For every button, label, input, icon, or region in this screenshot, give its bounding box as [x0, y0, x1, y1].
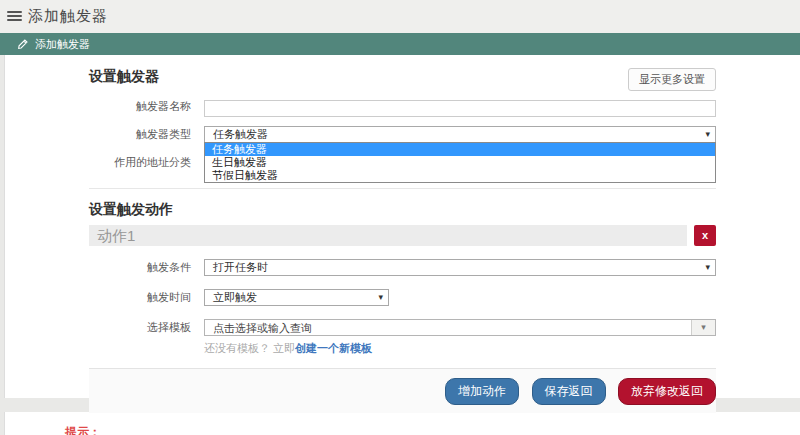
main-panel: 设置触发器 显示更多设置 触发器名称 触发器类型 任务触发器 ▾ 任务触发器 生…	[4, 55, 800, 398]
time-label: 触发时间	[89, 289, 204, 306]
breadcrumb: 添加触发器	[35, 37, 90, 52]
tips-panel: 提示：	[4, 412, 800, 435]
dropdown-option-task[interactable]: 任务触发器	[205, 143, 715, 156]
remove-action-button[interactable]: x	[694, 225, 716, 246]
action-1-header: 动作1	[89, 225, 687, 246]
chevron-down-icon: ▾	[705, 263, 710, 272]
form-footer: 增加动作 保存返回 放弃修改返回	[89, 368, 716, 413]
address-category-label: 作用的地址分类	[89, 154, 204, 171]
breadcrumb-bar: 添加触发器	[0, 33, 800, 55]
trigger-type-select[interactable]: 任务触发器 ▾	[204, 126, 716, 143]
chevron-down-icon: ▾	[705, 130, 710, 139]
trigger-type-dropdown: 任务触发器 生日触发器 节假日触发器	[204, 142, 716, 183]
chevron-down-icon: ▾	[378, 293, 383, 302]
top-header: 添加触发器	[0, 0, 800, 33]
no-template-text: 还没有模板？ 立即	[204, 342, 295, 354]
trigger-name-input[interactable]	[204, 100, 716, 117]
add-action-button[interactable]: 增加动作	[445, 378, 519, 405]
trigger-type-label: 触发器类型	[89, 126, 204, 143]
tips-label: 提示：	[65, 425, 101, 435]
discard-return-button[interactable]: 放弃修改返回	[618, 378, 716, 405]
time-selected-value: 立即触发	[213, 290, 257, 305]
dropdown-option-holiday[interactable]: 节假日触发器	[205, 169, 715, 182]
template-label: 选择模板	[89, 319, 204, 356]
section-divider	[89, 188, 716, 189]
save-return-button[interactable]: 保存返回	[532, 378, 606, 405]
chevron-down-icon[interactable]: ▾	[691, 320, 715, 335]
trigger-section-title: 设置触发器	[89, 68, 159, 86]
trigger-name-label: 触发器名称	[89, 98, 204, 117]
trigger-type-selected-value: 任务触发器	[213, 127, 268, 142]
template-select[interactable]: 点击选择或输入查询 ▾	[204, 319, 716, 336]
dropdown-option-birthday[interactable]: 生日触发器	[205, 156, 715, 169]
show-more-settings-button[interactable]: 显示更多设置	[628, 68, 716, 91]
page-title: 添加触发器	[28, 7, 108, 26]
template-placeholder: 点击选择或输入查询	[205, 320, 691, 335]
edit-pencil-icon	[17, 39, 28, 50]
hamburger-menu-icon[interactable]	[7, 11, 22, 23]
condition-selected-value: 打开任务时	[213, 260, 268, 275]
action-section-title: 设置触发动作	[89, 201, 716, 221]
condition-select[interactable]: 打开任务时 ▾	[204, 259, 716, 276]
create-template-link[interactable]: 创建一个新模板	[295, 342, 372, 354]
time-select[interactable]: 立即触发 ▾	[204, 289, 389, 306]
condition-label: 触发条件	[89, 259, 204, 276]
